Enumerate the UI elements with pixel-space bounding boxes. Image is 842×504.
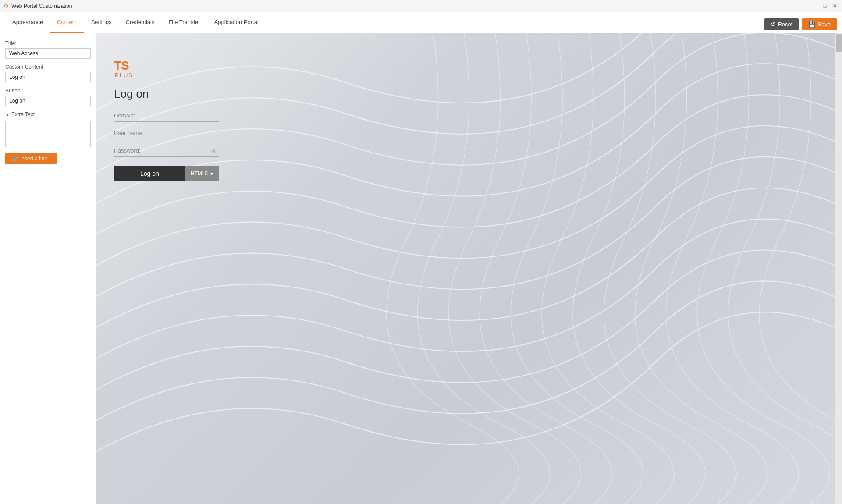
html5-label: HTML5 [191,170,208,177]
minimize-button[interactable]: — [811,2,819,10]
logon-button[interactable]: Log on [114,166,185,181]
extra-text-label: Extra Text [11,111,35,117]
save-button[interactable]: 💾 Save [802,18,837,30]
insert-link-label: Insert a link... [20,156,51,162]
app-icon: ⚙ [4,3,9,9]
tab-credentials[interactable]: Credentials [119,12,162,33]
title-field-row: Title: [5,40,91,59]
username-input[interactable] [114,129,219,137]
domain-input[interactable] [114,111,219,120]
domain-field [114,111,219,122]
main-layout: Title: Custom Content: Button: ▼ Extra T… [0,33,842,504]
tab-settings[interactable]: Settings [84,12,119,33]
titlebar: ⚙ Web Portal Customization — □ ✕ [0,0,842,12]
right-scrollbar[interactable] [835,33,842,504]
maximize-button[interactable]: □ [821,2,829,10]
dropdown-arrow-icon: ▼ [210,171,214,176]
tab-appearance[interactable]: Appearance [5,12,50,33]
tab-content[interactable]: Content [50,12,84,33]
reset-icon: ↺ [771,21,775,28]
eye-icon[interactable]: 👁 [211,148,217,155]
close-button[interactable]: ✕ [831,2,838,10]
scrollbar-thumb[interactable] [836,34,842,52]
reset-label: Reset [778,21,792,28]
logo-plus: PLUS [115,72,133,78]
extra-text-input[interactable] [5,121,91,147]
tab-application-portal[interactable]: Application Portal [207,12,266,33]
titlebar-title: Web Portal Customization [11,3,72,9]
login-title: Log on [114,87,219,101]
button-input[interactable] [5,96,91,106]
preview-panel: TS PLUS Log on 👁 Log on [96,33,842,504]
login-btn-group: Log on HTML5 ▼ [114,166,219,181]
navbar: Appearance Content Settings Credentials … [0,12,842,33]
left-panel: Title: Custom Content: Button: ▼ Extra T… [0,33,96,504]
logo-area: TS PLUS [114,60,219,78]
extra-text-toggle[interactable]: ▼ Extra Text [5,111,91,117]
custom-content-input[interactable] [5,72,91,82]
chevron-down-icon: ▼ [5,112,10,117]
save-icon: 💾 [808,21,815,28]
title-input[interactable] [5,48,91,59]
logo: TS PLUS [114,60,219,78]
login-form: TS PLUS Log on 👁 Log on [114,60,219,181]
logo-ts: TS [114,59,129,72]
username-field [114,129,219,139]
button-field-row: Button: [5,88,91,106]
password-field: 👁 [114,146,219,157]
custom-content-label: Custom Content: [5,64,91,70]
titlebar-controls: — □ ✕ [811,2,838,10]
html5-button[interactable]: HTML5 ▼ [185,166,219,181]
password-input[interactable] [114,146,219,155]
tab-file-transfer[interactable]: File Transfer [161,12,207,33]
reset-button[interactable]: ↺ Reset [764,18,799,30]
insert-link-button[interactable]: 🔗 Insert a link... [5,153,57,164]
nav-actions: ↺ Reset 💾 Save [764,18,837,33]
button-label: Button: [5,88,91,94]
custom-content-field-row: Custom Content: [5,64,91,82]
title-label: Title: [5,40,91,46]
nav-tabs: Appearance Content Settings Credentials … [5,12,266,33]
link-icon: 🔗 [11,156,18,162]
save-label: Save [817,21,831,28]
titlebar-left: ⚙ Web Portal Customization [4,3,72,9]
